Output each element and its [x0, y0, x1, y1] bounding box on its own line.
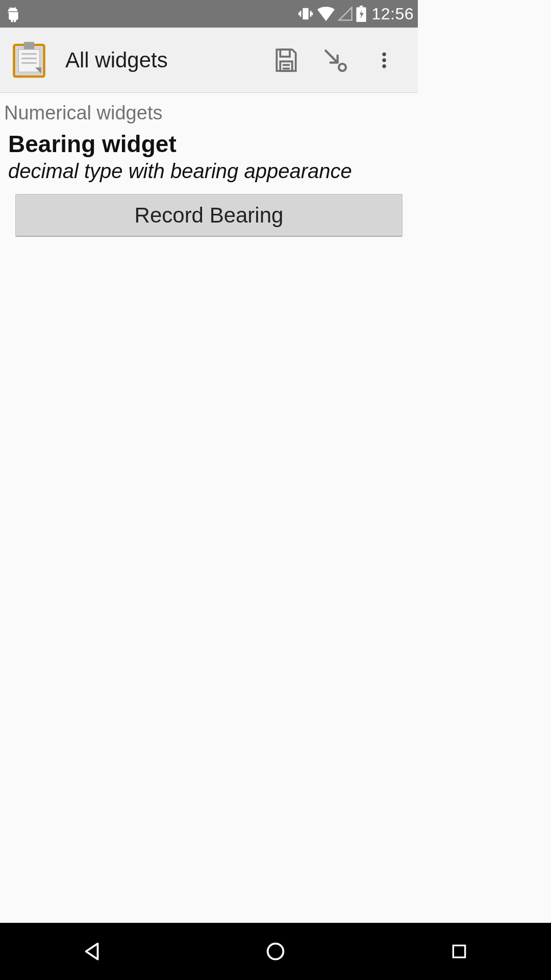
vibrate-icon — [297, 5, 314, 22]
record-bearing-button[interactable]: Record Bearing — [15, 194, 403, 237]
group-label: Numerical widgets — [4, 97, 414, 126]
debug-android-icon — [4, 5, 21, 22]
svg-point-15 — [382, 58, 386, 62]
clipboard-app-icon — [12, 40, 46, 80]
question-title: Bearing widget — [4, 126, 414, 158]
svg-rect-5 — [24, 41, 35, 49]
app-bar: All widgets — [0, 28, 418, 93]
svg-rect-2 — [360, 6, 363, 7]
record-bearing-button-label: Record Bearing — [135, 203, 284, 228]
battery-charging-icon — [356, 6, 366, 22]
svg-point-13 — [339, 64, 346, 71]
goto-button[interactable] — [311, 36, 360, 85]
save-button[interactable] — [262, 36, 311, 85]
status-right: 12:56 — [297, 5, 414, 23]
svg-point-14 — [382, 52, 386, 56]
question-hint: decimal type with bearing appearance — [4, 158, 414, 194]
overflow-menu-button[interactable] — [360, 36, 409, 85]
status-bar: 12:56 — [0, 0, 418, 28]
status-left — [4, 5, 21, 22]
form-content: Numerical widgets Bearing widget decimal… — [0, 93, 418, 241]
wifi-icon — [317, 6, 335, 21]
svg-rect-9 — [280, 50, 290, 57]
svg-point-16 — [382, 64, 386, 68]
cell-signal-icon — [338, 6, 353, 21]
status-clock: 12:56 — [371, 5, 414, 23]
app-title: All widgets — [65, 48, 262, 72]
svg-rect-0 — [303, 8, 309, 20]
